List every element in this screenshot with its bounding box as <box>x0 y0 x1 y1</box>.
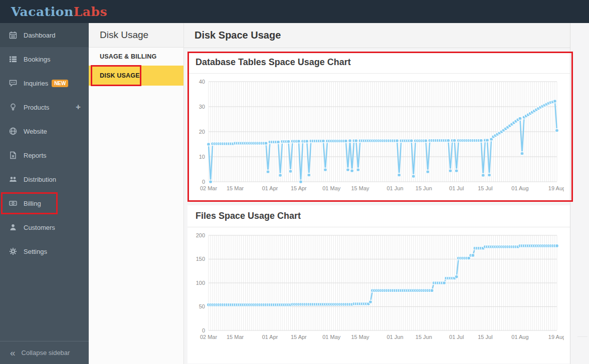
svg-text:15 May: 15 May <box>351 334 369 340</box>
svg-text:01 Apr: 01 Apr <box>262 334 278 340</box>
sidebar-nav-list: Dashboard Bookings Inquiries NEW Pro <box>0 23 89 341</box>
sidebar: Dashboard Bookings Inquiries NEW Pro <box>0 23 89 364</box>
sidebar-item-dashboard[interactable]: Dashboard <box>0 23 89 47</box>
sidebar-item-label: Website <box>24 128 47 135</box>
svg-text:150: 150 <box>196 256 205 262</box>
svg-text:50: 50 <box>199 303 205 309</box>
sidebar-item-label: Reports <box>24 152 47 159</box>
file-excel-icon <box>9 151 17 159</box>
sidebar-item-label: Customers <box>24 224 55 231</box>
sidebar-item-settings[interactable]: Settings <box>0 239 89 263</box>
sidebar-item-label: Distribution <box>24 176 56 183</box>
gear-icon <box>9 247 17 255</box>
files-chart-title: Files Space Usage Chart <box>187 205 570 227</box>
page-title: Disk Space Usage <box>194 30 281 41</box>
lightbulb-icon <box>9 103 17 111</box>
files-chart-svg: 05010015020002 Mar15 Mar01 Apr15 Apr01 M… <box>190 229 564 343</box>
svg-text:15 May: 15 May <box>351 185 369 191</box>
svg-text:19 Aug: 19 Aug <box>548 185 564 191</box>
svg-text:40: 40 <box>199 79 205 85</box>
user-icon <box>9 223 17 231</box>
sidebar-item-label: Bookings <box>24 56 50 63</box>
svg-text:15 Jun: 15 Jun <box>416 334 432 340</box>
svg-text:30: 30 <box>199 104 205 110</box>
svg-text:15 Apr: 15 Apr <box>291 334 307 340</box>
svg-text:01 Jul: 01 Jul <box>449 185 464 191</box>
sidebar-item-website[interactable]: Website <box>0 119 89 143</box>
sidebar-item-label: Inquiries <box>24 80 48 87</box>
svg-text:15 Apr: 15 Apr <box>291 185 307 191</box>
calendar-icon <box>9 31 17 39</box>
svg-text:15 Jul: 15 Jul <box>478 334 492 340</box>
gutter-divider <box>577 336 587 337</box>
svg-text:19 Aug: 19 Aug <box>548 334 564 340</box>
new-badge: NEW <box>52 80 68 87</box>
collapse-sidebar-button[interactable]: « Collapse sidebar <box>0 341 89 364</box>
database-chart: 01020304002 Mar15 Mar01 Apr15 Apr01 May1… <box>187 74 570 198</box>
sidebar-item-reports[interactable]: Reports <box>0 143 89 167</box>
svg-text:01 Aug: 01 Aug <box>511 334 528 340</box>
files-chart: 05010015020002 Mar15 Mar01 Apr15 Apr01 M… <box>187 227 570 346</box>
sidebar-item-label: Products <box>24 104 49 111</box>
comment-icon <box>9 79 17 87</box>
database-chart-card: Database Tables Space Usage Chart 010203… <box>187 52 570 202</box>
sidebar-item-inquiries[interactable]: Inquiries NEW <box>0 71 89 95</box>
page-header: Disk Space Usage <box>184 23 589 48</box>
sidebar-item-distribution[interactable]: Distribution <box>0 167 89 191</box>
svg-text:01 Jul: 01 Jul <box>449 334 464 340</box>
sidebar-item-customers[interactable]: Customers <box>0 215 89 239</box>
subnav-item-usage-billing[interactable]: USAGE & BILLING <box>89 48 183 66</box>
database-chart-svg: 01020304002 Mar15 Mar01 Apr15 Apr01 May1… <box>190 76 564 195</box>
svg-text:15 Jul: 15 Jul <box>478 185 492 191</box>
svg-text:15 Jun: 15 Jun <box>416 185 432 191</box>
svg-text:200: 200 <box>196 232 205 238</box>
svg-text:20: 20 <box>199 129 205 135</box>
svg-text:01 Jun: 01 Jun <box>386 185 403 191</box>
double-chevron-left-icon: « <box>10 347 16 358</box>
files-chart-card: Files Space Usage Chart 05010015020002 M… <box>187 205 570 363</box>
svg-text:10: 10 <box>199 154 205 160</box>
svg-text:01 Jun: 01 Jun <box>386 334 403 340</box>
app-logo[interactable]: VacationLabs <box>11 5 107 19</box>
main-content: Disk Space Usage Database Tables Space U… <box>184 23 589 364</box>
globe-icon <box>9 127 17 135</box>
users-icon <box>9 175 17 183</box>
list-icon <box>9 55 17 63</box>
svg-text:0: 0 <box>202 327 205 333</box>
svg-text:15 Mar: 15 Mar <box>227 334 244 340</box>
sidebar-item-label: Dashboard <box>24 32 56 39</box>
svg-text:01 Apr: 01 Apr <box>262 185 278 191</box>
top-bar: VacationLabs <box>0 0 589 23</box>
subnav-title: Disk Usage <box>89 23 183 48</box>
sidebar-item-bookings[interactable]: Bookings <box>0 47 89 71</box>
subnav-item-disk-usage[interactable]: DISK USAGE <box>89 66 183 86</box>
svg-text:0: 0 <box>202 179 205 185</box>
svg-text:100: 100 <box>196 280 205 286</box>
money-icon <box>9 199 17 207</box>
right-gutter <box>570 23 589 364</box>
svg-text:15 Mar: 15 Mar <box>227 185 244 191</box>
sidebar-item-products[interactable]: Products + <box>0 95 89 119</box>
logo-labs-text: Labs <box>74 5 107 19</box>
sidebar-item-label: Settings <box>24 248 47 255</box>
collapse-sidebar-label: Collapse sidebar <box>22 349 70 356</box>
sidebar-item-billing[interactable]: Billing <box>0 191 89 215</box>
add-product-icon[interactable]: + <box>76 102 81 112</box>
svg-text:01 May: 01 May <box>322 185 341 191</box>
svg-text:01 Aug: 01 Aug <box>511 185 528 191</box>
database-chart-title: Database Tables Space Usage Chart <box>187 52 570 74</box>
logo-vacation-text: Vacation <box>11 5 74 19</box>
svg-text:01 May: 01 May <box>322 334 341 340</box>
sidebar-item-label: Billing <box>24 200 41 207</box>
subnav-panel: Disk Usage USAGE & BILLING DISK USAGE <box>89 23 184 364</box>
svg-text:02 Mar: 02 Mar <box>200 334 218 340</box>
svg-text:02 Mar: 02 Mar <box>200 185 218 191</box>
